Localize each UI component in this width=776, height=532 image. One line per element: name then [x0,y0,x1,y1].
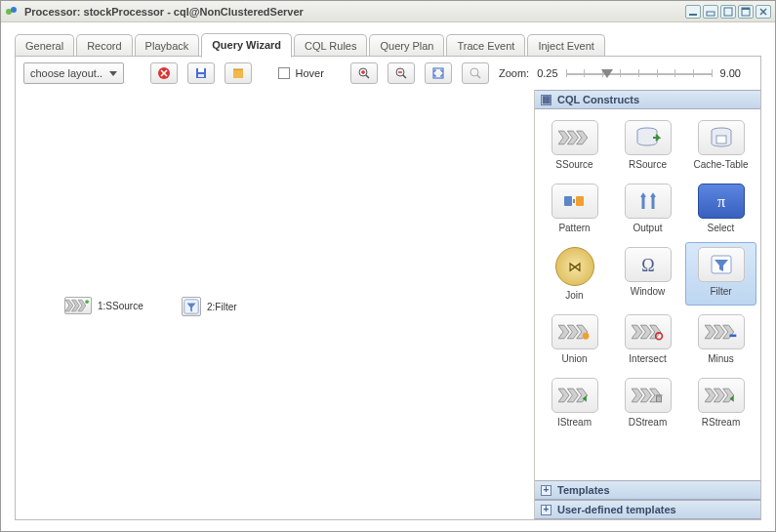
palette-item-rsource[interactable]: RSource [612,115,683,175]
restore-button[interactable] [720,5,736,19]
palette-item-window[interactable]: Ω Window [612,242,683,306]
canvas-node-ssource[interactable]: 1:SSource [64,297,143,314]
zoom-in-button[interactable] [350,62,378,84]
tab-playback[interactable]: Playback [135,34,200,58]
palette-item-label: RStream [702,417,740,428]
canvas-node-filter[interactable]: 2:Filter [182,297,237,316]
pattern-icon [551,184,598,219]
palette-item-select[interactable]: π Select [685,179,756,238]
expand-icon: + [541,485,551,496]
panel-title: Templates [557,484,610,496]
zoom-reset-button[interactable] [462,62,489,84]
palette-item-istream[interactable]: IStream [539,373,610,432]
tab-record[interactable]: Record [76,34,132,58]
svg-line-18 [366,75,369,78]
svg-rect-13 [198,68,204,72]
palette-item-filter[interactable]: Filter [685,242,756,306]
zoom-out-button[interactable] [388,62,415,84]
slider-knob-icon [601,69,613,78]
chevron-group-icon [551,120,598,155]
save-button[interactable] [187,62,215,84]
palette-item-union[interactable]: Union [539,309,610,369]
svg-text:π: π [716,193,724,210]
window: Processor: stockProcessor - cql@NonClust… [0,0,776,532]
layout-dropdown-label: choose layout.. [30,67,103,79]
zoom-control: Zoom: 0.25 9.00 [499,65,753,81]
close-button[interactable] [756,5,771,19]
zoom-slider[interactable] [566,65,713,81]
join-icon: ⋈ [555,247,594,286]
fit-button[interactable] [425,62,452,84]
output-icon [625,184,672,219]
canvas-node-label: 1:SSource [98,301,143,311]
palette-item-minus[interactable]: Minus [685,309,756,369]
palette-item-label: Union [561,353,587,364]
palette-item-label: Filter [710,286,731,297]
palette-item-rstream[interactable]: RStream [685,373,756,432]
svg-text:⋈: ⋈ [568,259,582,274]
panel-cql-constructs[interactable]: ▦ CQL Constructs [535,90,760,109]
svg-point-27 [85,300,89,304]
panel-user-templates[interactable]: + User-defined templates [535,500,760,519]
svg-rect-34 [573,199,575,203]
palette-item-label: SSource [555,159,592,170]
palette-item-intersect[interactable]: Intersect [612,309,683,369]
delete-button[interactable] [150,62,178,84]
svg-rect-3 [707,12,715,16]
hover-checkbox[interactable]: Hover [278,67,323,79]
tab-query-wizard[interactable]: Query Wizard [201,33,292,58]
svg-rect-4 [724,8,732,16]
tab-inject-event[interactable]: Inject Event [527,34,604,58]
palette-item-label: Pattern [558,223,590,233]
svg-point-25 [470,68,478,76]
checkbox-icon [278,67,290,79]
palette-item-join[interactable]: ⋈ Join [539,242,610,306]
svg-rect-2 [689,14,697,16]
window-title: Processor: stockProcessor - cql@NonClust… [24,6,685,18]
palette-grid: SSource RSource Cache-Table Pattern [535,109,760,480]
layout-dropdown[interactable]: choose layout.. [23,62,124,84]
svg-rect-31 [716,136,726,143]
svg-point-39 [582,333,589,340]
palette-item-label: RSource [629,159,667,170]
palette-item-cache-table[interactable]: Cache-Table [685,115,756,175]
pi-icon: π [698,184,745,219]
palette-item-label: Output [633,223,662,233]
palette-item-dstream[interactable]: DStream [612,373,683,432]
omega-icon: Ω [625,247,672,282]
palette-item-output[interactable]: Output [612,179,683,238]
tab-general[interactable]: General [15,34,74,58]
palette-item-pattern[interactable]: Pattern [539,179,610,238]
database-icon [698,120,745,155]
palette-item-label: DStream [629,417,667,428]
palette-item-label: Minus [708,353,734,364]
tab-query-plan[interactable]: Query Plan [369,34,444,58]
palette-item-label: Select [708,223,735,233]
database-arrow-icon [625,120,672,155]
window-buttons [685,5,771,19]
canvas-node-label: 2:Filter [207,302,237,312]
svg-point-1 [11,7,17,13]
app-icon [5,5,19,19]
expand-icon: + [541,505,551,515]
titlebar: Processor: stockProcessor - cql@NonClust… [1,1,775,22]
palette-item-ssource[interactable]: SSource [539,115,610,175]
chevron-group-icon [64,297,92,314]
dock-button[interactable] [703,5,718,19]
svg-rect-41 [729,335,736,338]
zoom-min: 0.25 [537,67,557,79]
tab-cql-rules[interactable]: CQL Rules [294,34,367,58]
maximize-button[interactable] [738,5,754,19]
svg-rect-32 [564,196,572,206]
svg-line-26 [477,75,480,78]
clear-button[interactable] [225,62,252,84]
minimize-button[interactable] [685,5,701,19]
canvas[interactable]: 1:SSource 2:Filter [16,90,534,519]
tab-trace-event[interactable]: Trace Event [446,34,525,58]
palette-item-label: Join [565,290,583,301]
svg-rect-43 [655,394,662,396]
panel-templates[interactable]: + Templates [535,480,760,500]
tab-panel: choose layout.. Hover Zoom: 0.25 9.00 [15,56,761,520]
tabs: General Record Playback Query Wizard CQL… [1,22,775,57]
svg-text:Ω: Ω [641,256,654,275]
